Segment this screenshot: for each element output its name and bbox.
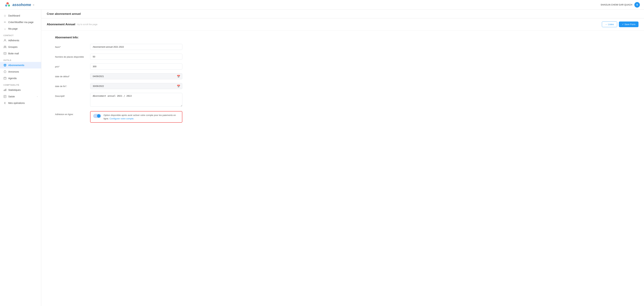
sidebar-item-adherents[interactable]: Adhérents <box>0 37 41 44</box>
form-header-actions: ← Listes ✓ Save Form <box>602 22 638 27</box>
svg-rect-12 <box>4 77 6 80</box>
stats-icon <box>4 88 6 92</box>
svg-point-3 <box>7 4 8 6</box>
date-fin-field: 📅 <box>90 83 182 89</box>
form-body: Abonnement Info: Nom* Nombre de places d… <box>41 30 196 132</box>
sidebar-item-label: Statistiques <box>8 88 21 91</box>
form-row-date-fin: date de fin*: 📅 <box>55 83 182 89</box>
operations-icon: C <box>4 102 6 104</box>
user-area: SHAOLIN CHOW GAR QUACH S <box>601 2 640 8</box>
prix-field <box>90 64 182 70</box>
sidebar-item-label: Adhérents <box>8 39 19 42</box>
mail-icon <box>4 52 6 55</box>
sidebar-item-groupes[interactable]: Groupes <box>0 44 41 50</box>
form-row-prix: prix* <box>55 64 182 70</box>
dashboard-icon: ◇ <box>4 14 6 17</box>
form-section-title: Abonnement Info: <box>55 36 182 39</box>
date-fin-label: date de fin*: <box>55 83 86 88</box>
abonnements-icon <box>4 64 6 67</box>
sidebar-item-label: Groupes <box>8 46 18 48</box>
save-form-button[interactable]: ✓ Save Form <box>619 22 638 27</box>
svg-rect-16 <box>4 90 4 91</box>
sidebar-item-label: Annonces <box>8 70 19 73</box>
svg-point-5 <box>4 46 5 47</box>
svg-point-6 <box>5 46 6 47</box>
user-name: SHAOLIN CHOW GAR QUACH <box>601 4 632 6</box>
page-title: Creer abonnement annuel <box>47 12 81 15</box>
adhesion-toggle-box: Option disponible après avoir activer vo… <box>90 111 182 123</box>
user-icon <box>4 39 6 42</box>
toggle-knob <box>97 114 100 118</box>
svg-rect-17 <box>5 89 5 91</box>
adhesion-field: Option disponible après avoir activer vo… <box>90 111 182 123</box>
agenda-icon <box>4 77 6 80</box>
sidebar-item-saisie[interactable]: Saisie › <box>0 93 41 100</box>
home-icon: ⌂ <box>4 27 6 30</box>
section-outils: OUTILS <box>0 57 41 62</box>
sidebar-item-statistiques[interactable]: Statistiques <box>0 87 41 93</box>
form-row-places: Nombre de places disponible <box>55 54 182 60</box>
descriptif-textarea[interactable]: <span data-bind="form.fields.descriptif_… <box>90 93 182 107</box>
form-header: Abonnement Annuel try to scroll the page… <box>41 18 644 30</box>
descriptif-label: Descriptif: <box>55 93 86 98</box>
nom-label: Nom* <box>55 44 86 49</box>
form-row-adhesion: Adhésion en ligne: Option disponible apr… <box>55 111 182 123</box>
nom-input[interactable] <box>90 44 182 50</box>
svg-rect-7 <box>4 52 6 54</box>
top-header: assohome « SHAOLIN CHOW GAR QUACH S <box>0 0 644 10</box>
prix-label: prix* <box>55 64 86 68</box>
listes-button[interactable]: ← Listes <box>602 22 617 27</box>
sidebar-item-annonces[interactable]: ! Annonces <box>0 68 41 75</box>
form-title: Abonnement Annuel <box>47 23 75 26</box>
form-card: Abonnement Annuel try to scroll the page… <box>41 18 644 306</box>
sidebar-item-label: Saisie <box>8 95 15 98</box>
content-area: Creer abonnement annuel Abonnement Annue… <box>41 10 644 306</box>
saisie-icon <box>4 95 6 98</box>
main-layout: ◇ Dashboard ✏ Créer/Modifier ma page ⌂ M… <box>0 10 644 306</box>
configurer-compte-link[interactable]: Configurer votre compte. <box>110 117 134 120</box>
annonces-icon: ! <box>4 70 6 73</box>
descriptif-field: <span data-bind="form.fields.descriptif_… <box>90 93 182 107</box>
page-title-bar: Creer abonnement annuel <box>41 10 644 18</box>
chevron-left-icon[interactable]: « <box>33 3 34 6</box>
sidebar-item-ma-page[interactable]: ⌂ Ma page <box>0 26 41 32</box>
sidebar-item-label: Agenda <box>8 77 16 80</box>
prix-input[interactable] <box>90 64 182 70</box>
form-subtitle: try to scroll the page <box>78 23 98 26</box>
sidebar-item-label: Boite mail <box>8 52 19 55</box>
sidebar-item-label: Créer/Modifier ma page <box>8 21 34 24</box>
svg-rect-18 <box>6 89 6 91</box>
group-icon <box>4 46 6 48</box>
date-debut-field: 📅 <box>90 73 182 79</box>
saisie-arrow-icon: › <box>37 95 38 98</box>
sidebar-item-creer-modifier[interactable]: ✏ Créer/Modifier ma page <box>0 19 41 26</box>
adhesion-label: Adhésion en ligne: <box>55 111 86 116</box>
sidebar-item-label: Dashboard <box>8 14 20 17</box>
adhesion-toggle[interactable] <box>93 114 101 118</box>
form-row-date-debut: date de début* 📅 <box>55 73 182 79</box>
sidebar-item-abonnements[interactable]: Abonnements <box>0 62 41 68</box>
form-header-left: Abonnement Annuel try to scroll the page <box>47 23 98 26</box>
places-label: Nombre de places disponible <box>55 54 86 58</box>
sidebar-item-boite-mail[interactable]: Boite mail <box>0 50 41 57</box>
logo-area: assohome « <box>4 2 34 8</box>
places-input[interactable] <box>90 54 182 60</box>
section-contact: CONTACT <box>0 32 41 37</box>
logo-text: assohome <box>12 2 31 7</box>
sidebar: ◇ Dashboard ✏ Créer/Modifier ma page ⌂ M… <box>0 10 41 306</box>
date-fin-input[interactable] <box>90 83 182 89</box>
sidebar-item-agenda[interactable]: Agenda <box>0 75 41 82</box>
section-comptabilite: COMPTABILITÉ <box>0 82 41 87</box>
edit-icon: ✏ <box>4 21 6 24</box>
date-debut-input-wrapper: 📅 <box>90 73 182 79</box>
user-avatar[interactable]: S <box>634 2 640 8</box>
form-row-descriptif: Descriptif: <span data-bind="form.fields… <box>55 93 182 107</box>
nom-field <box>90 44 182 50</box>
sidebar-item-mes-operations[interactable]: C Mes opérations <box>0 100 41 106</box>
svg-text:!: ! <box>5 71 5 73</box>
sidebar-item-dashboard[interactable]: ◇ Dashboard <box>0 12 41 19</box>
form-row-nom: Nom* <box>55 44 182 50</box>
date-fin-input-wrapper: 📅 <box>90 83 182 89</box>
date-debut-input[interactable] <box>90 73 182 79</box>
adhesion-message: Option disponible après avoir activer vo… <box>104 114 179 120</box>
